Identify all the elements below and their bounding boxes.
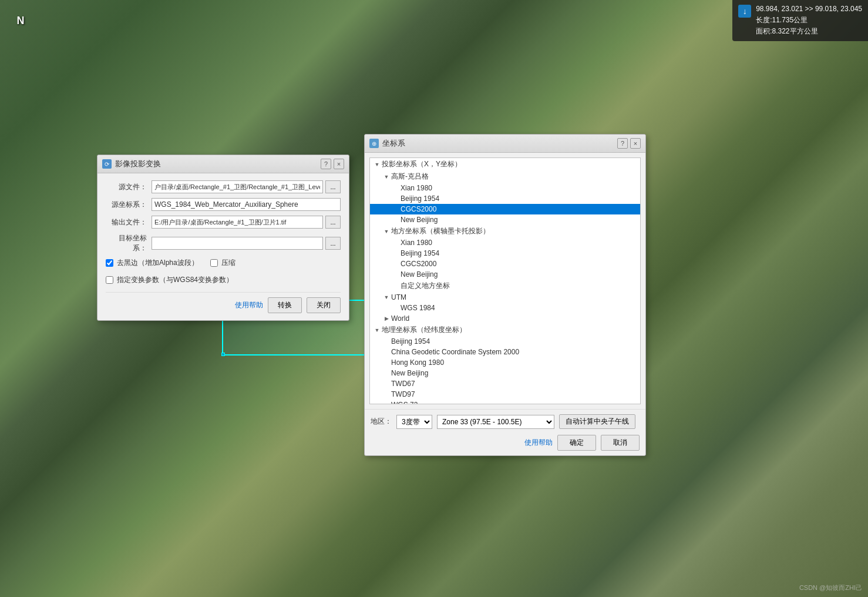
tree-item-newbeijing-geo[interactable]: New Beijing: [370, 368, 640, 378]
coord-help-btn[interactable]: ?: [617, 138, 628, 149]
handle-bl[interactable]: [221, 353, 225, 356]
coord-action-row: 使用帮助 确定 取消: [371, 435, 640, 451]
remove-alpha-checkbox-row: 去黑边（增加Alpha波段）: [106, 258, 199, 268]
remove-alpha-checkbox[interactable]: [106, 259, 113, 267]
transform-action-row: 使用帮助 转换 关闭: [106, 292, 341, 313]
transform-dialog-title: 影像投影变换: [115, 159, 161, 169]
watermark: CSDN @知彼而ZHI己: [799, 583, 862, 592]
source-crs-label: 源坐标系：: [106, 200, 147, 210]
expander-gauss: ▼: [382, 174, 391, 180]
zone2-select[interactable]: Zone 33 (97.5E - 100.5E): [437, 415, 554, 429]
custom-params-checkbox[interactable]: [106, 276, 113, 284]
tree-utm-group[interactable]: ▼ UTM: [370, 292, 640, 303]
coord-footer: 地区： 3度带 6度带 Zone 33 (97.5E - 100.5E) 自动计…: [365, 409, 645, 455]
tree-item-newbeijing-gauss[interactable]: New Beijing: [370, 214, 640, 225]
tree-item-twd67-geo[interactable]: TWD67: [370, 378, 640, 389]
output-browse-btn[interactable]: ...: [325, 216, 341, 229]
transform-dialog: ⟳ 影像投影变换 ? × 源文件： ... 源坐标系： 输出文件： ...: [97, 155, 349, 321]
close-btn[interactable]: 关闭: [307, 297, 341, 313]
tree-item-wgs1984-utm[interactable]: WGS 1984: [370, 303, 640, 313]
tree-item-cgcs2000-geo[interactable]: China Geodetic Coordinate System 2000: [370, 347, 640, 357]
tree-item-custom-local[interactable]: 自定义地方坐标: [370, 280, 640, 292]
target-crs-input[interactable]: [152, 237, 323, 250]
coord-dialog-icon: ⊕: [369, 139, 379, 148]
source-crs-row: 源坐标系：: [106, 198, 341, 211]
tree-item-xian1980-gauss[interactable]: Xian 1980: [370, 183, 640, 193]
compress-label: 压缩: [221, 258, 235, 268]
expander-projected: ▼: [372, 162, 382, 167]
zone-label: 地区：: [371, 417, 392, 427]
convert-btn[interactable]: 转换: [268, 297, 302, 313]
compress-checkbox[interactable]: [210, 259, 218, 267]
tree-projected-group[interactable]: ▼ 投影坐标系（X，Y坐标）: [370, 158, 640, 170]
area-info: 面积:8.322平方公里: [756, 26, 862, 37]
coord-close-btn[interactable]: ×: [630, 138, 641, 149]
source-browse-btn[interactable]: ...: [325, 180, 341, 193]
source-crs-input[interactable]: [152, 198, 341, 211]
transform-close-btn[interactable]: ×: [334, 159, 344, 169]
tree-local-group[interactable]: ▼ 地方坐标系（横轴墨卡托投影）: [370, 225, 640, 237]
transform-dialog-titlebar: ⟳ 影像投影变换 ? ×: [97, 155, 349, 173]
coord-tree[interactable]: ▼ 投影坐标系（X，Y坐标） ▼ 高斯-克吕格 Xian 1980 Beijin…: [369, 157, 641, 404]
tree-geographic-group[interactable]: ▼ 地理坐标系（经纬度坐标）: [370, 324, 640, 336]
output-file-input[interactable]: [152, 216, 323, 229]
tree-item-beijing1954-geo[interactable]: Beijing 1954: [370, 336, 640, 347]
tree-item-newbeijing-local[interactable]: New Beijing: [370, 269, 640, 280]
tree-item-beijing1954-gauss[interactable]: Beijing 1954: [370, 193, 640, 204]
coord-range: 98.984, 23.021 >> 99.018, 23.045: [756, 4, 862, 15]
remove-alpha-label: 去黑边（增加Alpha波段）: [117, 258, 199, 268]
compress-checkbox-row: 压缩: [210, 258, 235, 268]
zone-select[interactable]: 3度带 6度带: [396, 415, 432, 429]
transform-help-btn[interactable]: ?: [321, 159, 331, 169]
output-label: 输出文件：: [106, 217, 147, 227]
projected-label: 投影坐标系（X，Y坐标）: [382, 159, 462, 169]
source-file-row: 源文件： ...: [106, 180, 341, 193]
length-info: 长度:11.735公里: [756, 15, 862, 26]
coord-help-link[interactable]: 使用帮助: [524, 438, 553, 448]
target-crs-row: 目标坐标系： ...: [106, 233, 341, 253]
coord-cancel-btn[interactable]: 取消: [601, 435, 640, 451]
coord-ok-btn[interactable]: 确定: [557, 435, 596, 451]
info-tooltip: ↓ 98.984, 23.021 >> 99.018, 23.045 长度:11…: [732, 0, 868, 41]
custom-params-checkbox-row: 指定变换参数（与WGS84变换参数）: [106, 275, 341, 285]
download-icon: ↓: [738, 5, 751, 18]
source-file-input[interactable]: [152, 180, 323, 193]
coord-dialog: ⊕ 坐标系 ? × ▼ 投影坐标系（X，Y坐标） ▼ 高斯-克吕格 Xian 1…: [364, 134, 646, 456]
target-crs-browse-btn[interactable]: ...: [325, 237, 341, 250]
coord-dialog-titlebar: ⊕ 坐标系 ? ×: [365, 135, 645, 153]
transform-help-link[interactable]: 使用帮助: [235, 300, 263, 310]
gauss-label: 高斯-克吕格: [391, 172, 429, 182]
tree-world-group[interactable]: ▶ World: [370, 313, 640, 324]
tree-gauss-group[interactable]: ▼ 高斯-克吕格: [370, 170, 640, 183]
tree-item-cgcs2000-local[interactable]: CGCS2000: [370, 259, 640, 269]
tree-item-beijing1954-local[interactable]: Beijing 1954: [370, 248, 640, 259]
target-crs-label: 目标坐标系：: [106, 233, 147, 253]
custom-params-label: 指定变换参数（与WGS84变换参数）: [117, 275, 233, 285]
calc-meridian-btn[interactable]: 自动计算中央子午线: [559, 414, 635, 429]
tree-item-wgs72-geo[interactable]: WGS 72: [370, 400, 640, 404]
tree-item-twd97-geo[interactable]: TWD97: [370, 389, 640, 400]
coord-dialog-title: 坐标系: [382, 138, 405, 149]
tree-item-cgcs2000-gauss[interactable]: CGCS2000: [370, 204, 640, 214]
tree-item-xian1980-local[interactable]: Xian 1980: [370, 237, 640, 248]
source-label: 源文件：: [106, 182, 147, 192]
transform-dialog-icon: ⟳: [102, 159, 112, 169]
zone-row: 地区： 3度带 6度带 Zone 33 (97.5E - 100.5E) 自动计…: [371, 414, 640, 429]
output-file-row: 输出文件： ...: [106, 216, 341, 229]
checkbox-row-1: 去黑边（增加Alpha波段） 压缩: [106, 258, 341, 271]
compass-north: N: [12, 12, 29, 29]
tree-item-hongkong-geo[interactable]: Hong Kong 1980: [370, 357, 640, 368]
